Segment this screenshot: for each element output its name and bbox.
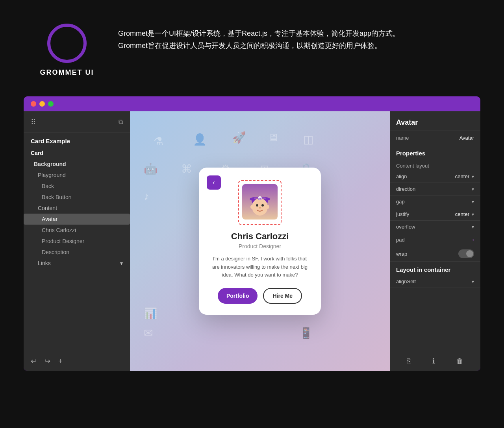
sidebar-item-content[interactable]: Content	[24, 203, 130, 214]
overflow-label: overflow	[396, 224, 415, 230]
wrap-toggle[interactable]	[458, 249, 474, 258]
card-name: Chris Carlozzi	[231, 231, 289, 242]
properties-title: Properties	[390, 145, 480, 159]
gap-chevron-icon: ▾	[472, 199, 474, 205]
card-avatar-container: CC	[238, 180, 282, 225]
sidebar-item-back-button[interactable]: Back Button	[24, 192, 130, 203]
sidebar-item-chris[interactable]: Chris Carlozzi	[24, 225, 130, 236]
sidebar-title: Card Example	[24, 133, 130, 148]
bg-icon-chart: 📊	[144, 307, 158, 320]
avatar-image: CC	[242, 184, 278, 220]
pad-chevron-icon: ›	[472, 236, 474, 243]
svg-point-5	[256, 204, 258, 207]
align-self-row: alignSelf ▾	[390, 275, 480, 288]
pad-expand[interactable]: ›	[472, 236, 474, 243]
align-self-label: alignSelf	[396, 279, 416, 284]
overflow-chevron-icon: ▾	[472, 224, 474, 230]
add-icon[interactable]: +	[58, 357, 63, 365]
redo-icon[interactable]: ↪	[44, 357, 50, 365]
sidebar-item-back[interactable]: Back	[24, 181, 130, 192]
sidebar-item-description[interactable]: Description	[24, 247, 130, 258]
wrap-label: wrap	[396, 251, 407, 257]
sidebar-bottom: ↩ ↪ +	[24, 351, 130, 371]
bg-icon-mail: ✉	[144, 327, 153, 339]
justify-chevron-icon: ▾	[472, 212, 474, 217]
justify-row: justify center ▾	[390, 208, 480, 221]
align-value: center	[455, 173, 469, 179]
copy-icon[interactable]: ⎘	[407, 357, 411, 365]
bg-icon-person: 👤	[193, 133, 207, 146]
align-self-select[interactable]: ▾	[472, 279, 474, 284]
delete-icon[interactable]: 🗑	[456, 357, 463, 365]
card-back-button[interactable]: ‹	[207, 175, 221, 190]
justify-select[interactable]: center ▾	[455, 211, 474, 217]
bg-icon-flask: ⚗	[154, 135, 163, 148]
svg-text:CC: CC	[258, 198, 262, 200]
header-section: GROMMET UI Grommet是一个UI框架/设计系统，基于React.j…	[0, 0, 504, 96]
overflow-row: overflow ▾	[390, 221, 480, 233]
direction-chevron-icon: ▾	[472, 186, 474, 192]
direction-select[interactable]: ▾	[472, 186, 474, 192]
card-buttons: Portfolio Hire Me	[218, 288, 302, 304]
sidebar-item-card[interactable]: Card	[24, 148, 130, 159]
hire-me-button[interactable]: Hire Me	[263, 288, 302, 304]
bg-icon-layers: ◫	[303, 133, 313, 146]
panel-name-row: name Avatar	[390, 131, 480, 145]
justify-label: justify	[396, 211, 409, 217]
header-description: Grommet是一个UI框架/设计系统，基于React.js，专注于基本体验，简…	[118, 24, 425, 52]
window-titlebar	[24, 96, 480, 111]
close-dot[interactable]	[31, 101, 36, 107]
sidebar-top: ⠿ ⧉	[24, 111, 130, 133]
sidebar-item-links[interactable]: Links ▾	[24, 258, 130, 269]
gap-label: gap	[396, 199, 405, 205]
sidebar-item-background[interactable]: Background	[24, 159, 130, 170]
grid-icon[interactable]: ⠿	[31, 118, 36, 126]
info-icon[interactable]: ℹ	[432, 357, 435, 365]
portfolio-button[interactable]: Portfolio	[218, 288, 258, 304]
avatar-dashed-box: CC	[238, 180, 282, 225]
app-window: ⠿ ⧉ Card Example Card Background Playgro…	[24, 96, 480, 371]
direction-label: direction	[396, 186, 415, 192]
bg-icon-cmd: ⌘	[181, 162, 192, 175]
panel-name-value: Avatar	[460, 135, 474, 141]
bg-icon-robot: 🤖	[144, 162, 158, 175]
content-layout-label: Content layout	[390, 159, 480, 170]
card-description: I'm a designer in SF. I work with folks …	[210, 255, 310, 279]
panel-name-label: name	[396, 135, 409, 141]
logo-area: GROMMET UI	[32, 24, 102, 77]
align-chevron-icon: ▾	[472, 174, 474, 179]
justify-value: center	[455, 211, 469, 217]
sidebar-item-avatar[interactable]: Avatar	[24, 214, 130, 225]
bg-icon-phone: 📱	[299, 327, 313, 339]
align-select[interactable]: center ▾	[455, 173, 474, 179]
svg-point-7	[259, 207, 261, 208]
minimize-dot[interactable]	[39, 101, 45, 107]
sidebar-nav: Card Background Playground Back Back But…	[24, 148, 130, 351]
logo-text: GROMMET UI	[40, 68, 94, 77]
undo-icon[interactable]: ↩	[31, 357, 37, 365]
pad-row: pad ›	[390, 233, 480, 246]
gap-row: gap ▾	[390, 196, 480, 208]
overflow-select[interactable]: ▾	[472, 224, 474, 230]
panel-title: Avatar	[390, 111, 480, 131]
links-chevron-icon: ▾	[120, 260, 123, 266]
main-canvas: ⚗ 👤 🚀 🖥 ◫ 🤖 ⌘ ⚙ ⊞ 🔒 ♪ ☝ 📊 ✉ 📱 ‹	[130, 111, 390, 371]
card-role: Product Designer	[239, 243, 281, 249]
align-row: align center ▾	[390, 170, 480, 183]
sidebar-item-product-designer[interactable]: Product Designer	[24, 236, 130, 247]
grommet-logo	[47, 24, 87, 63]
gap-select[interactable]: ▾	[472, 199, 474, 205]
window-body: ⠿ ⧉ Card Example Card Background Playgro…	[24, 111, 480, 371]
sidebar-item-playground[interactable]: Playground	[24, 170, 130, 181]
export-icon[interactable]: ⧉	[119, 118, 123, 125]
bg-icon-rocket: 🚀	[232, 131, 246, 144]
align-label: align	[396, 173, 407, 179]
panel-bottom: ⎘ ℹ 🗑	[390, 351, 480, 371]
align-self-chevron-icon: ▾	[472, 279, 474, 284]
svg-point-6	[261, 204, 264, 207]
bg-icon-monitor: 🖥	[268, 131, 279, 144]
profile-card: ‹	[199, 168, 321, 315]
maximize-dot[interactable]	[48, 101, 54, 107]
layout-container-title: Layout in container	[390, 262, 480, 275]
pad-label: pad	[396, 237, 405, 243]
